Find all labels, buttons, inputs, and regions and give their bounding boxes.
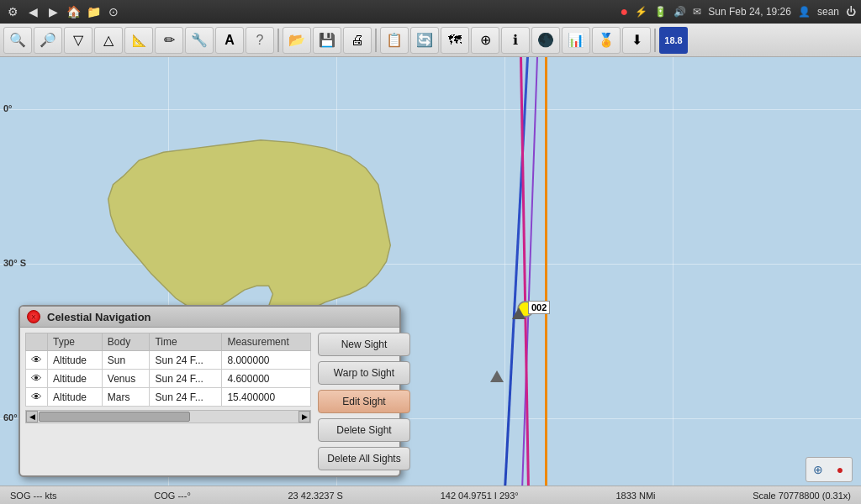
print-button[interactable]: 🖨 xyxy=(343,27,372,54)
table-button[interactable]: 📋 xyxy=(380,27,409,54)
nav-line-orange xyxy=(545,57,547,504)
triangle-marker-1 xyxy=(512,307,526,319)
home-icon[interactable]: 🏠 xyxy=(66,4,81,19)
pencil-button[interactable]: ✏ xyxy=(155,27,183,54)
open-button[interactable]: 📂 xyxy=(283,27,311,54)
panel-close-button[interactable]: × xyxy=(27,310,40,323)
warp-to-sight-button[interactable]: Warp to Sight xyxy=(318,361,410,385)
grid-line-v4 xyxy=(673,57,673,504)
panel-title: Celestial Navigation xyxy=(47,311,151,323)
table-section: Type Body Time Measurement 👁 Altitude Su… xyxy=(25,333,311,470)
user-icon: 👤 xyxy=(798,6,811,18)
longitude-display: 142 04.9751 I 293° xyxy=(441,491,519,501)
panel-titlebar: × Celestial Navigation xyxy=(20,307,399,328)
system-bar: ⚙ ◀ ▶ 🏠 📁 ⊙ ● ⚡ 🔋 🔊 ✉ Sun Feb 24, 19:26 … xyxy=(0,0,861,24)
username: sean xyxy=(817,6,839,18)
back-icon[interactable]: ◀ xyxy=(25,4,40,19)
close-red-icon[interactable]: ● xyxy=(621,4,629,19)
medal-button[interactable]: 🏅 xyxy=(592,27,621,54)
col-header-time: Time xyxy=(150,333,222,351)
grid-label-0: 0° xyxy=(3,103,13,113)
refresh-button[interactable]: 🔄 xyxy=(410,27,439,54)
celestial-nav-panel: × Celestial Navigation Type Body Time Me… xyxy=(18,305,401,477)
save-button[interactable]: 💾 xyxy=(313,27,341,54)
map-area[interactable]: 0° 30° S 60° S 002 × Celestial Navigatio… xyxy=(0,57,861,504)
delete-sight-button[interactable]: Delete Sight xyxy=(318,418,410,442)
row-type-2: Altitude xyxy=(48,370,103,388)
zoom-out-button[interactable]: 🔎 xyxy=(34,27,62,54)
globe-button[interactable]: 🌑 xyxy=(531,27,560,54)
edit-sight-button[interactable]: Edit Sight xyxy=(318,390,410,413)
row-measurement-1: 8.000000 xyxy=(222,351,311,370)
scroll-right-button[interactable]: ▶ xyxy=(298,411,310,423)
table-row[interactable]: 👁 Altitude Sun Sun 24 F... 8.000000 xyxy=(26,351,311,370)
new-sight-button[interactable]: New Sight xyxy=(318,333,410,356)
info-button[interactable]: ℹ xyxy=(501,27,530,54)
folder-icon[interactable]: 📁 xyxy=(86,4,101,19)
record-icon[interactable]: ● xyxy=(831,460,849,479)
position-display: 23 42.3237 S xyxy=(288,491,343,501)
app-icon[interactable]: ⚙ xyxy=(5,4,20,19)
wrench-button[interactable]: 🔧 xyxy=(185,27,214,54)
row-time-2: Sun 24 F... xyxy=(150,370,222,388)
row-time-1: Sun 24 F... xyxy=(150,351,222,370)
separator-3 xyxy=(654,29,656,52)
sog-display: SOG --- kts xyxy=(10,491,57,501)
route-button[interactable]: 📐 xyxy=(124,27,153,54)
row-measurement-2: 4.600000 xyxy=(222,370,311,388)
button-section: New Sight Warp to Sight Edit Sight Delet… xyxy=(318,333,410,470)
bottom-right-icons: ⊕ ● xyxy=(806,457,853,482)
forward-icon[interactable]: ▶ xyxy=(45,4,61,19)
row-eye-2[interactable]: 👁 xyxy=(26,370,48,388)
chart2-button[interactable]: 📊 xyxy=(562,27,590,54)
chart-button[interactable]: 🗺 xyxy=(441,27,469,54)
bluetooth-icon: ⚡ xyxy=(635,6,647,18)
system-bar-right: ● ⚡ 🔋 🔊 ✉ Sun Feb 24, 19:26 👤 sean ⏻ xyxy=(621,4,856,19)
grid-label-30s: 30° S xyxy=(3,258,26,268)
mail-icon: ✉ xyxy=(693,6,701,18)
col-header-measurement: Measurement xyxy=(222,333,311,351)
distance-display: 1833 NMi xyxy=(615,491,655,501)
settings-icon[interactable]: ⊙ xyxy=(106,4,121,19)
status-bar: SOG --- kts COG ---° 23 42.3237 S 142 04… xyxy=(0,486,861,504)
volume-icon: 🔊 xyxy=(673,6,686,18)
scale-display: Scale 70778800 (0.31x) xyxy=(753,491,851,501)
panel-body: Type Body Time Measurement 👁 Altitude Su… xyxy=(20,328,399,475)
row-eye-1[interactable]: 👁 xyxy=(26,351,48,370)
text-button[interactable]: A xyxy=(215,27,244,54)
cog-display: COG ---° xyxy=(154,491,191,501)
download-button[interactable]: ⬇ xyxy=(622,27,651,54)
row-type-1: Altitude xyxy=(48,351,103,370)
power-icon[interactable]: ⏻ xyxy=(846,6,856,18)
col-header-type: Type xyxy=(48,333,103,351)
system-bar-left: ⚙ ◀ ▶ 🏠 📁 ⊙ xyxy=(5,4,121,19)
col-header-body: Body xyxy=(102,333,150,351)
battery-icon: 🔋 xyxy=(654,6,667,18)
help-button[interactable]: ? xyxy=(246,27,274,54)
separator-1 xyxy=(277,29,279,52)
scale-badge: 18.8 xyxy=(659,27,688,54)
position-label: 002 xyxy=(528,301,550,314)
delete-all-sights-button[interactable]: Delete All Sights xyxy=(318,447,410,470)
triangle-marker-2 xyxy=(490,370,504,382)
scroll-thumb[interactable] xyxy=(39,412,190,422)
row-eye-3[interactable]: 👁 xyxy=(26,388,48,407)
compass-icon[interactable]: ⊕ xyxy=(809,460,827,479)
measure-button[interactable]: △ xyxy=(94,27,123,54)
row-time-3: Sun 24 F... xyxy=(150,388,222,407)
row-body-1: Sun xyxy=(102,351,150,370)
row-type-3: Altitude xyxy=(48,388,103,407)
toolbar: 🔍 🔎 ▽ △ 📐 ✏ 🔧 A ? 📂 💾 🖨 📋 🔄 🗺 ⊕ ℹ 🌑 📊 🏅 … xyxy=(0,24,861,57)
target-button[interactable]: ⊕ xyxy=(471,27,499,54)
row-body-2: Venus xyxy=(102,370,150,388)
grid-line-v3 xyxy=(504,57,505,504)
zoom-in-button[interactable]: 🔍 xyxy=(3,27,32,54)
table-row[interactable]: 👁 Altitude Mars Sun 24 F... 15.400000 xyxy=(26,388,311,407)
grid-line-equator xyxy=(0,109,861,110)
scroll-left-button[interactable]: ◀ xyxy=(26,411,38,423)
filter-button[interactable]: ▽ xyxy=(64,27,92,54)
table-scrollbar[interactable]: ◀ ▶ xyxy=(25,410,311,423)
table-row[interactable]: 👁 Altitude Venus Sun 24 F... 4.600000 xyxy=(26,370,311,388)
row-body-3: Mars xyxy=(102,388,150,407)
col-header-icon xyxy=(26,333,48,351)
